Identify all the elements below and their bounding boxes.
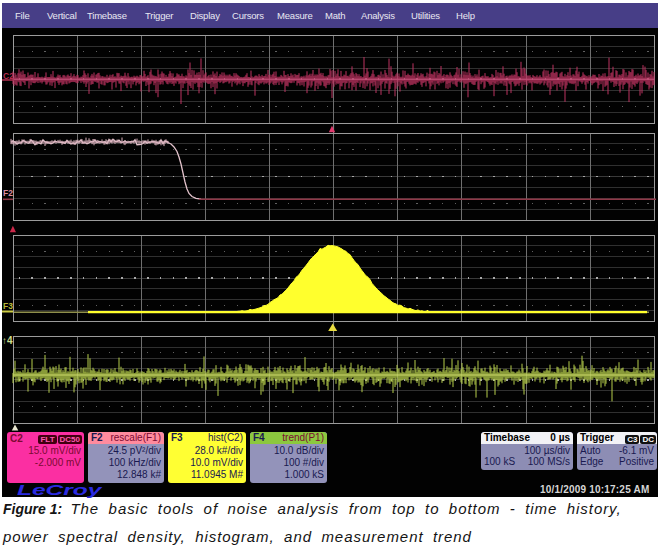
svg-text:F2: F2	[3, 188, 13, 198]
svg-text:↑4: ↑4	[2, 335, 13, 346]
svg-text:F3: F3	[3, 301, 13, 311]
svg-text:C2: C2	[3, 71, 14, 81]
